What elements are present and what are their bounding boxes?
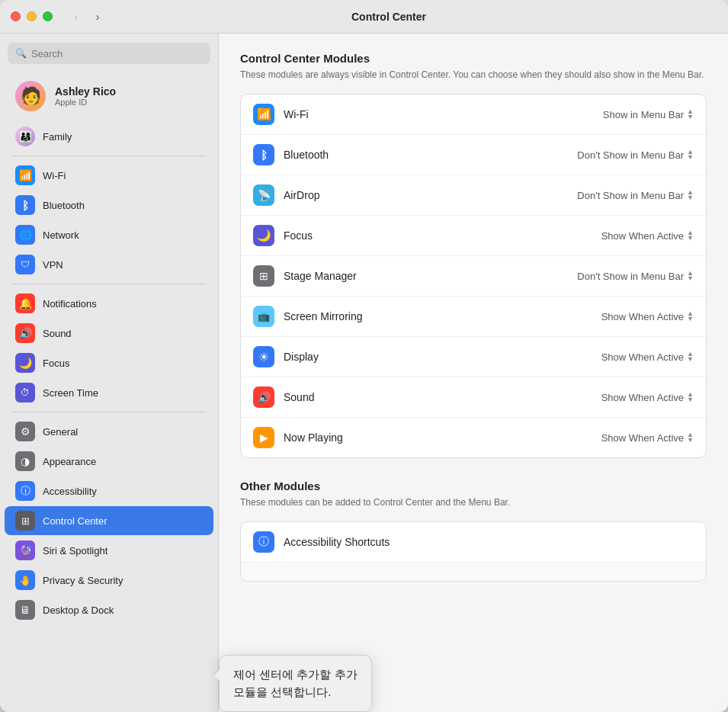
module-name-wifi: Wi-Fi (284, 108, 594, 120)
updown-stage-manager: ▲▼ (687, 271, 694, 281)
appearance-icon: ◑ (15, 451, 35, 471)
control-center-icon: ⊞ (15, 511, 35, 531)
module-row-accessibility-shortcuts: ⓘ Accessibility Shortcuts (241, 522, 706, 563)
profile-sub: Apple ID (55, 98, 116, 107)
updown-display: ▲▼ (687, 351, 694, 362)
siri-icon: 🔮 (15, 540, 35, 560)
sidebar-label-bluetooth: Bluetooth (43, 200, 85, 211)
sidebar-item-bluetooth[interactable]: ᛒ Bluetooth (5, 191, 213, 220)
sidebar-label-control-center: Control Center (43, 515, 107, 527)
back-button[interactable]: ‹ (68, 8, 85, 25)
sidebar-item-privacy-security[interactable]: 🤚 Privacy & Security (5, 566, 213, 595)
module-name-bluetooth: Bluetooth (284, 149, 568, 161)
sidebar-item-notifications[interactable]: 🔔 Notifications (5, 289, 213, 318)
module-option-airdrop: Don't Show in Menu Bar (577, 190, 684, 201)
sidebar-item-general[interactable]: ⚙ General (5, 417, 213, 446)
modules-title: Control Center Modules (240, 52, 707, 65)
sidebar: 🔍 🧑 Ashley Rico Apple ID 👨‍👩‍👧 Family (0, 34, 219, 712)
sidebar-item-sound[interactable]: 🔊 Sound (5, 319, 213, 348)
module-icon-bluetooth: ᛒ (253, 144, 274, 165)
sidebar-item-screen-time[interactable]: ⏱ Screen Time (5, 378, 213, 407)
module-name-stage-manager: Stage Manager (284, 270, 568, 282)
privacy-icon: 🤚 (15, 570, 35, 590)
sidebar-item-family[interactable]: 👨‍👩‍👧 Family (5, 122, 213, 151)
sidebar-label-desktop-dock: Desktop & Dock (43, 605, 114, 616)
focus-icon: 🌙 (15, 353, 35, 373)
nav-controls: ‹ › (68, 8, 106, 25)
module-name-display: Display (284, 351, 592, 363)
screen-time-icon: ⏱ (15, 383, 35, 403)
module-icon-sound: 🔊 (253, 386, 274, 408)
sidebar-item-siri-spotlight[interactable]: 🔮 Siri & Spotlight (5, 536, 213, 565)
general-icon: ⚙ (15, 422, 35, 441)
module-row-display: ☀ Display Show When Active ▲▼ (241, 337, 706, 377)
close-button[interactable] (11, 11, 21, 21)
sidebar-item-vpn[interactable]: 🛡 VPN (5, 250, 213, 279)
module-row-stage-manager: ⊞ Stage Manager Don't Show in Menu Bar ▲… (241, 256, 706, 297)
sidebar-divider-1 (12, 156, 206, 156)
family-icon: 👨‍👩‍👧 (15, 127, 35, 146)
module-control-focus[interactable]: Show When Active ▲▼ (601, 230, 694, 242)
updown-screen-mirroring: ▲▼ (687, 311, 694, 322)
module-control-airdrop[interactable]: Don't Show in Menu Bar ▲▼ (577, 190, 694, 201)
updown-airdrop: ▲▼ (687, 190, 694, 200)
updown-bluetooth: ▲▼ (687, 149, 694, 160)
wifi-icon: 📶 (15, 165, 35, 185)
module-row-screen-mirroring: 📺 Screen Mirroring Show When Active ▲▼ (241, 297, 706, 337)
sidebar-label-focus: Focus (43, 358, 69, 369)
main-window: ‹ › Control Center 🔍 🧑 Ashley Rico Apple… (0, 0, 728, 712)
module-name-screen-mirroring: Screen Mirroring (284, 310, 592, 322)
maximize-button[interactable] (43, 11, 53, 21)
module-option-display: Show When Active (601, 351, 684, 363)
sidebar-item-wifi[interactable]: 📶 Wi-Fi (5, 161, 213, 190)
module-option-stage-manager: Don't Show in Menu Bar (577, 271, 684, 282)
sidebar-item-network[interactable]: 🌐 Network (5, 220, 213, 249)
sidebar-item-appearance[interactable]: ◑ Appearance (5, 447, 213, 476)
forward-button[interactable]: › (89, 8, 106, 25)
modules-desc: These modules are always visible in Cont… (240, 68, 707, 82)
other-modules-container: ⓘ Accessibility Shortcuts (240, 521, 707, 582)
module-control-sound[interactable]: Show When Active ▲▼ (601, 392, 694, 403)
updown-now-playing: ▲▼ (687, 432, 694, 443)
search-bar[interactable]: 🔍 (8, 43, 210, 64)
module-control-screen-mirroring[interactable]: Show When Active ▲▼ (601, 311, 694, 322)
sidebar-item-desktop-dock[interactable]: 🖥 Desktop & Dock (5, 595, 213, 624)
sidebar-label-accessibility: Accessibility (43, 486, 97, 497)
module-row-wifi: 📶 Wi-Fi Show in Menu Bar ▲▼ (241, 95, 706, 135)
desktop-dock-icon: 🖥 (15, 600, 35, 620)
module-control-now-playing[interactable]: Show When Active ▲▼ (601, 432, 694, 444)
search-input[interactable] (31, 48, 203, 59)
sidebar-label-sound: Sound (43, 328, 72, 339)
sidebar-label-vpn: VPN (43, 259, 63, 271)
module-icon-accessibility-shortcuts: ⓘ (253, 531, 274, 553)
sidebar-item-control-center[interactable]: ⊞ Control Center (5, 506, 213, 535)
module-row-bluetooth: ᛒ Bluetooth Don't Show in Menu Bar ▲▼ (241, 135, 706, 175)
module-icon-wifi: 📶 (253, 104, 274, 125)
sidebar-label-network: Network (43, 229, 79, 241)
module-option-bluetooth: Don't Show in Menu Bar (577, 149, 684, 161)
module-name-focus: Focus (284, 229, 592, 242)
sidebar-item-profile[interactable]: 🧑 Ashley Rico Apple ID (5, 73, 213, 119)
accessibility-icon: ⓘ (15, 481, 35, 501)
module-option-wifi: Show in Menu Bar (603, 109, 684, 120)
module-row-partial (241, 563, 706, 581)
module-control-stage-manager[interactable]: Don't Show in Menu Bar ▲▼ (577, 271, 694, 282)
sidebar-divider-2 (12, 284, 206, 284)
search-icon: 🔍 (15, 48, 27, 59)
sidebar-label-privacy-security: Privacy & Security (43, 575, 123, 586)
module-icon-screen-mirroring: 📺 (253, 306, 274, 327)
sidebar-item-focus[interactable]: 🌙 Focus (5, 348, 213, 377)
sidebar-item-accessibility[interactable]: ⓘ Accessibility (5, 476, 213, 505)
module-icon-display: ☀ (253, 346, 274, 367)
module-control-display[interactable]: Show When Active ▲▼ (601, 351, 694, 363)
sidebar-label-family: Family (43, 131, 72, 143)
minimize-button[interactable] (27, 11, 37, 21)
module-control-wifi[interactable]: Show in Menu Bar ▲▼ (603, 109, 694, 120)
module-icon-focus: 🌙 (253, 225, 274, 246)
sidebar-label-wifi: Wi-Fi (43, 170, 66, 181)
sidebar-list: 🧑 Ashley Rico Apple ID 👨‍👩‍👧 Family 📶 Wi… (0, 70, 218, 712)
module-control-bluetooth[interactable]: Don't Show in Menu Bar ▲▼ (577, 149, 694, 161)
module-row-focus: 🌙 Focus Show When Active ▲▼ (241, 216, 706, 256)
module-icon-airdrop: 📡 (253, 184, 274, 206)
module-icon-stage-manager: ⊞ (253, 265, 274, 287)
